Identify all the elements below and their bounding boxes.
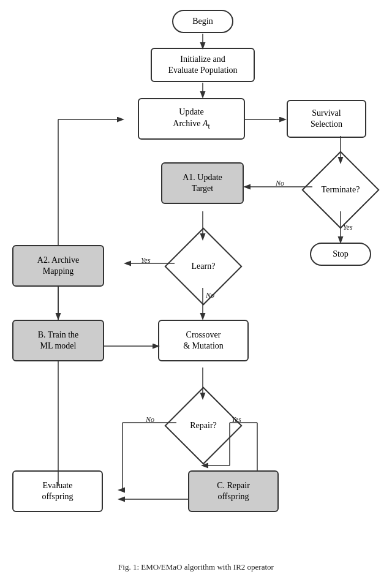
crossover-mutation-node: Crossover& Mutation — [158, 320, 249, 361]
terminate-label: Terminate? — [306, 162, 375, 217]
update-target-node: A1. UpdateTarget — [161, 162, 244, 204]
evaluate-offspring-node: Evaluateoffspring — [12, 470, 103, 512]
no-terminate-label: No — [276, 179, 284, 188]
repair-offspring-node: C. Repairoffspring — [188, 470, 279, 512]
init-node: Initialize andEvaluate Population — [151, 48, 255, 82]
flowchart-diagram: Begin Initialize andEvaluate Population … — [0, 0, 392, 564]
train-ml-node: B. Train theML model — [12, 320, 104, 361]
figure-caption: Fig. 1: EMO/EMaO algorithm with IR2 oper… — [0, 562, 392, 572]
begin-label: Begin — [192, 16, 213, 27]
learn-label: Learn? — [169, 239, 238, 294]
no-repair-label: No — [146, 415, 154, 424]
survival-selection-node: SurvivalSelection — [287, 100, 366, 138]
archive-mapping-node: A2. ArchiveMapping — [12, 245, 104, 287]
crossover-mutation-label: Crossover& Mutation — [183, 330, 224, 352]
stop-node: Stop — [310, 243, 371, 266]
yes-repair-label: Yes — [232, 415, 241, 424]
stop-label: Stop — [333, 249, 349, 260]
init-label: Initialize andEvaluate Population — [168, 54, 237, 76]
evaluate-offspring-label: Evaluateoffspring — [42, 480, 73, 502]
train-ml-label: B. Train theML model — [38, 330, 79, 352]
no-learn-label: No — [206, 291, 214, 300]
update-archive-node: UpdateArchive At — [138, 98, 245, 140]
repair-offspring-label: C. Repairoffspring — [217, 480, 250, 502]
yes-terminate-label: Yes — [343, 223, 353, 232]
repair-label: Repair? — [169, 398, 238, 453]
archive-mapping-label: A2. ArchiveMapping — [37, 255, 79, 277]
update-target-label: A1. UpdateTarget — [183, 172, 222, 194]
begin-node: Begin — [172, 10, 233, 33]
survival-selection-label: SurvivalSelection — [311, 108, 342, 130]
yes-learn-label: Yes — [141, 256, 151, 265]
update-archive-label: UpdateArchive At — [173, 107, 209, 130]
